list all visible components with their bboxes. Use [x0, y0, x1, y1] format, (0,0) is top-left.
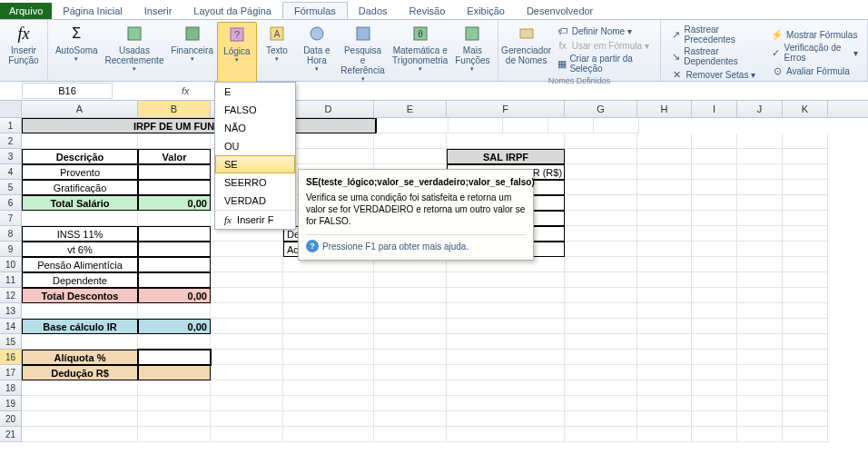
cell[interactable] [211, 396, 283, 411]
cell[interactable]: 0,00 [138, 195, 211, 211]
cell[interactable] [565, 242, 637, 257]
trace-precedents-button[interactable]: ↗Rastrear Precedentes [668, 24, 762, 45]
tab-file[interactable]: Arquivo [0, 3, 52, 19]
cell[interactable] [138, 226, 211, 242]
cell[interactable] [737, 257, 783, 272]
cell[interactable] [692, 164, 737, 180]
cell[interactable] [374, 319, 447, 334]
cell[interactable] [211, 242, 283, 257]
cell[interactable] [637, 272, 692, 288]
cell[interactable] [283, 272, 374, 288]
cell[interactable] [447, 133, 565, 149]
cell[interactable] [447, 365, 565, 380]
cell[interactable] [637, 396, 692, 411]
cell[interactable] [565, 180, 637, 195]
name-manager-button[interactable]: Gerenciador de Nomes [502, 22, 551, 76]
cell[interactable] [637, 164, 692, 180]
cell[interactable] [447, 350, 565, 365]
cell[interactable] [211, 365, 283, 380]
cell[interactable] [692, 180, 737, 195]
cell[interactable]: IRPF DE UM FUNCIONÁRIO [22, 118, 376, 133]
cell[interactable] [637, 149, 692, 164]
cell[interactable] [283, 319, 374, 334]
math-button[interactable]: θMatemática e Trigonometria▾ [389, 22, 451, 84]
cell[interactable] [783, 303, 828, 319]
cell[interactable] [737, 380, 783, 396]
cell[interactable] [211, 319, 283, 334]
row-header-19[interactable]: 19 [0, 396, 22, 411]
cell[interactable] [692, 226, 737, 242]
cell[interactable] [637, 288, 692, 303]
fx-icon[interactable]: fx [176, 85, 195, 96]
cell[interactable] [783, 211, 828, 226]
cell[interactable] [283, 288, 374, 303]
cell[interactable] [447, 396, 565, 411]
cell[interactable] [783, 164, 828, 180]
cell[interactable] [783, 180, 828, 195]
remove-arrows-button[interactable]: ✕Remover Setas ▾ [668, 67, 762, 82]
cell[interactable] [692, 427, 737, 442]
cell[interactable] [283, 303, 374, 319]
cell[interactable] [565, 303, 637, 319]
cell[interactable] [138, 350, 211, 365]
dropdown-item-se[interactable]: SE [215, 155, 295, 173]
cell[interactable] [374, 411, 447, 427]
cell[interactable] [692, 211, 737, 226]
name-box[interactable]: B16 [22, 83, 113, 99]
evaluate-button[interactable]: ⊙Avaliar Fórmula [769, 64, 860, 78]
cell[interactable] [692, 195, 737, 211]
text-button[interactable]: ATexto▾ [257, 22, 297, 84]
dropdown-item-verdad[interactable]: VERDAD [215, 192, 295, 210]
cell[interactable] [374, 272, 447, 288]
cell[interactable] [374, 334, 447, 350]
cell[interactable] [594, 118, 639, 133]
cell[interactable] [692, 272, 737, 288]
cell[interactable] [637, 242, 692, 257]
col-header-g[interactable]: G [565, 101, 637, 117]
row-header-16[interactable]: 16 [0, 350, 22, 365]
cell[interactable] [737, 272, 783, 288]
cell[interactable] [692, 242, 737, 257]
cell[interactable] [692, 411, 737, 427]
cell[interactable] [138, 242, 211, 257]
cell[interactable] [22, 427, 138, 442]
cell[interactable] [737, 396, 783, 411]
tab-layout[interactable]: Layout da Página [182, 3, 282, 19]
cell[interactable]: vt 6% [22, 242, 138, 257]
cell[interactable] [22, 133, 138, 149]
col-header-a[interactable]: A [22, 101, 138, 117]
cell[interactable] [783, 272, 828, 288]
cell[interactable] [374, 133, 447, 149]
col-header-e[interactable]: E [374, 101, 447, 117]
cell[interactable] [737, 242, 783, 257]
cell[interactable] [737, 195, 783, 211]
cell[interactable]: Alíquota % [22, 350, 138, 365]
cell[interactable]: Descrição [22, 149, 138, 164]
cell[interactable] [374, 380, 447, 396]
cell[interactable] [783, 257, 828, 272]
cell[interactable]: Valor [138, 149, 211, 164]
cell[interactable] [565, 226, 637, 242]
cell[interactable] [783, 288, 828, 303]
cell[interactable] [692, 380, 737, 396]
error-check-button[interactable]: ✓Verificação de Erros ▾ [769, 42, 860, 64]
cell[interactable] [283, 411, 374, 427]
cell[interactable] [565, 380, 637, 396]
financial-button[interactable]: Financeira▾ [167, 22, 217, 84]
cell[interactable] [565, 211, 637, 226]
cell[interactable] [737, 180, 783, 195]
cell[interactable] [737, 319, 783, 334]
cell[interactable] [283, 350, 374, 365]
cell[interactable] [138, 133, 211, 149]
use-formula-button[interactable]: fxUsar em Fórmula ▾ [555, 38, 654, 53]
cell[interactable] [565, 350, 637, 365]
cell[interactable] [565, 427, 637, 442]
tab-view[interactable]: Exibição [456, 3, 516, 19]
cell[interactable] [283, 365, 374, 380]
row-header-12[interactable]: 12 [0, 288, 22, 303]
tab-formulas[interactable]: Fórmulas [282, 2, 348, 19]
row-header-2[interactable]: 2 [0, 133, 22, 149]
cell[interactable] [783, 149, 828, 164]
dropdown-item-e[interactable]: E [215, 83, 295, 101]
cell[interactable]: Base cálculo IR [22, 319, 138, 334]
